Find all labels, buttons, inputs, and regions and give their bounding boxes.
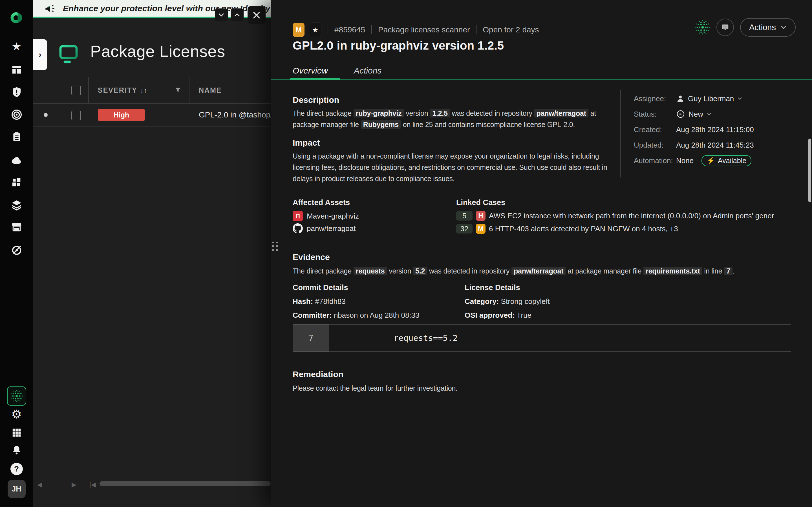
person-icon — [676, 94, 684, 103]
asset-item[interactable]: Π Maven-graphviz — [293, 210, 456, 222]
status-label: Status: — [634, 110, 676, 119]
monitor-icon — [58, 44, 79, 65]
horizontal-scrollbar[interactable] — [100, 481, 271, 486]
maven-icon: Π — [293, 211, 303, 221]
evidence-text: The direct package requests version 5.2 … — [293, 265, 791, 277]
dashboards-icon[interactable] — [11, 64, 22, 75]
name-column-header[interactable]: NAME — [199, 86, 222, 94]
issue-title: GPL2.0 in ruby-graphviz version 1.2.5 — [293, 39, 504, 52]
user-avatar[interactable]: JH — [8, 480, 26, 498]
filter-funnel-icon[interactable] — [174, 86, 182, 94]
code-line-content: requests==5.2 — [329, 325, 458, 351]
row-checkbox[interactable] — [71, 111, 81, 120]
issue-age: Open for 2 days — [483, 25, 539, 34]
issue-id: #859645 — [335, 25, 365, 34]
remediation-text: Please contact the legal team for furthe… — [293, 383, 791, 394]
github-icon — [293, 223, 303, 233]
page-title: Package Licenses — [90, 42, 225, 61]
asset-item[interactable]: panw/terragoat — [293, 222, 456, 235]
panel-vertical-scrollbar[interactable] — [808, 138, 811, 202]
severity-medium-badge: M — [476, 224, 486, 234]
tab-hairline — [271, 79, 812, 80]
automation-available-button[interactable]: ⚡ Available — [702, 155, 751, 166]
page-prev-button[interactable]: ◀ — [37, 481, 42, 489]
active-tab-underline — [290, 78, 340, 80]
cloud-icon[interactable] — [10, 154, 23, 167]
description-text: The direct package ruby-graphviz version… — [293, 108, 617, 130]
page-next-button[interactable]: ▶ — [71, 481, 77, 489]
issue-scanner: Package licenses scanner — [378, 25, 470, 34]
automation-value: None ⚡ Available — [676, 155, 751, 166]
tab-actions[interactable]: Actions — [354, 66, 382, 75]
sidebar-expand-button[interactable]: › — [33, 39, 47, 70]
select-all-checkbox[interactable] — [71, 86, 81, 95]
blocks-icon[interactable] — [11, 177, 22, 188]
commit-details-section: Commit Details Hash: #78fdh83 Committer:… — [293, 283, 465, 320]
license-category: Category: Strong copyleft — [465, 297, 791, 306]
case-count-badge: 5 — [456, 211, 472, 221]
affected-assets-heading: Affected Assets — [293, 198, 456, 207]
comments-button[interactable] — [716, 18, 734, 36]
status-value[interactable]: New — [676, 110, 712, 119]
linked-case-item[interactable]: 5 H AWS EC2 instance with network path f… — [456, 209, 791, 222]
assignee-label: Assignee: — [634, 94, 676, 103]
bullseye-target-icon[interactable] — [11, 109, 22, 121]
created-value: Aug 28th 2024 11:15:00 — [676, 125, 754, 134]
commit-hash: Hash: #78fdh83 — [293, 297, 465, 306]
updated-value: Aug 28th 2024 11:45:23 — [676, 141, 754, 150]
notifications-bell-icon[interactable] — [11, 445, 22, 455]
severity-medium-badge: M — [293, 23, 305, 37]
divider — [327, 25, 328, 34]
chevron-down-icon — [780, 24, 786, 31]
favorite-star-button[interactable]: ★ — [309, 22, 321, 37]
issue-detail-panel: M ★ #859645 Package licenses scanner Ope… — [271, 0, 812, 507]
case-count-badge: 32 — [456, 224, 472, 233]
sort-icon[interactable]: ↓↑ — [140, 86, 147, 94]
actions-button[interactable]: Actions — [740, 18, 796, 37]
commit-committer: Committer: nbason on Aug 28th 08:33 — [293, 311, 465, 320]
linked-case-item[interactable]: 32 M 6 HTTP-403 alerts detected by PAN N… — [456, 222, 791, 235]
created-label: Created: — [634, 125, 676, 134]
banner-collapse-button[interactable] — [215, 8, 228, 21]
evidence-code-block: 7 requests==5.2 — [293, 324, 791, 352]
banner-close-button[interactable] — [248, 6, 266, 24]
linked-cases-section: Linked Cases 5 H AWS EC2 instance with n… — [456, 198, 791, 235]
assets-cases-grid: Affected Assets Π Maven-graphviz panw/te… — [293, 198, 791, 235]
column-divider — [88, 76, 89, 103]
megaphone-icon — [44, 3, 56, 14]
help-icon[interactable]: ? — [10, 463, 23, 475]
chevron-down-icon — [707, 112, 712, 117]
app-grid-icon[interactable] — [11, 427, 22, 438]
remediation-heading: Remediation — [293, 370, 791, 379]
panel-controls: Actions — [695, 18, 796, 37]
commit-details-heading: Commit Details — [293, 283, 465, 292]
gauge-icon[interactable] — [11, 244, 22, 256]
impact-text: Using a package with a non-compliant lic… — [293, 151, 617, 184]
cortex-logo-icon[interactable] — [9, 10, 24, 25]
clipboard-icon[interactable] — [11, 131, 22, 143]
severity-column-header[interactable]: SEVERITY ↓↑ — [98, 86, 147, 94]
updated-label: Updated: — [634, 141, 676, 150]
layers-icon[interactable] — [11, 199, 22, 211]
app-sidebar: ★ ⚙ ? JH — [0, 0, 33, 507]
shield-alert-icon[interactable] — [11, 86, 22, 98]
case-title: AWS EC2 instance with network path from … — [489, 212, 774, 220]
code-line-number: 7 — [293, 325, 329, 351]
settings-gear-icon[interactable]: ⚙ — [11, 408, 22, 420]
divider — [371, 25, 372, 34]
tab-overview[interactable]: Overview — [293, 66, 328, 75]
active-module-spiral-icon[interactable] — [7, 386, 26, 406]
page-first-button[interactable]: |◀ — [89, 481, 96, 489]
assignee-value[interactable]: Guy Liberman — [676, 94, 742, 103]
chevron-down-icon — [737, 96, 742, 101]
impact-heading: Impact — [293, 138, 617, 148]
marketplace-icon[interactable] — [11, 221, 22, 233]
panel-drag-handle[interactable] — [272, 242, 278, 251]
ai-spiral-icon[interactable] — [695, 20, 710, 35]
overview-main-column: Description The direct package ruby-grap… — [293, 90, 617, 184]
affected-assets-section: Affected Assets Π Maven-graphviz panw/te… — [293, 198, 456, 235]
divider — [476, 25, 476, 34]
banner-expand-button[interactable] — [231, 8, 244, 21]
license-details-heading: License Details — [465, 283, 791, 292]
favorites-star-icon[interactable]: ★ — [11, 41, 21, 52]
